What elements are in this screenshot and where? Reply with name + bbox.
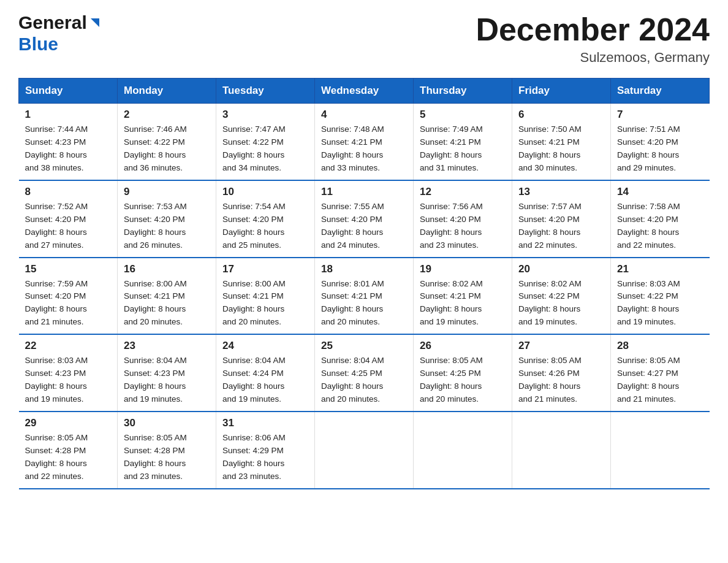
- day-info: Sunrise: 8:05 AMSunset: 4:27 PMDaylight:…: [617, 354, 703, 406]
- calendar-cell: 12Sunrise: 7:56 AMSunset: 4:20 PMDayligh…: [414, 180, 512, 258]
- calendar-cell: 23Sunrise: 8:04 AMSunset: 4:23 PMDayligh…: [118, 334, 216, 412]
- day-info: Sunrise: 8:05 AMSunset: 4:28 PMDaylight:…: [124, 432, 210, 483]
- calendar-cell: 19Sunrise: 8:02 AMSunset: 4:21 PMDayligh…: [414, 258, 512, 335]
- logo-image: General Blue: [18, 12, 102, 55]
- calendar-cell: 31Sunrise: 8:06 AMSunset: 4:29 PMDayligh…: [216, 412, 315, 489]
- day-info: Sunrise: 7:44 AMSunset: 4:23 PMDaylight:…: [25, 123, 112, 175]
- weekday-header-monday: Monday: [118, 79, 216, 104]
- calendar-cell: [315, 412, 414, 489]
- calendar-cell: 5Sunrise: 7:49 AMSunset: 4:21 PMDaylight…: [414, 104, 512, 180]
- day-number: 30: [124, 417, 210, 429]
- calendar-cell: 27Sunrise: 8:05 AMSunset: 4:26 PMDayligh…: [512, 334, 611, 412]
- calendar-cell: 2Sunrise: 7:46 AMSunset: 4:22 PMDaylight…: [118, 104, 216, 180]
- calendar-cell: 8Sunrise: 7:52 AMSunset: 4:20 PMDaylight…: [19, 180, 118, 258]
- logo-general: General: [18, 12, 87, 34]
- day-number: 2: [124, 109, 210, 121]
- day-number: 26: [420, 340, 506, 352]
- day-info: Sunrise: 8:06 AMSunset: 4:29 PMDaylight:…: [222, 432, 308, 483]
- week-row-4: 22Sunrise: 8:03 AMSunset: 4:23 PMDayligh…: [19, 334, 710, 412]
- calendar-cell: 28Sunrise: 8:05 AMSunset: 4:27 PMDayligh…: [611, 334, 710, 412]
- calendar-cell: 24Sunrise: 8:04 AMSunset: 4:24 PMDayligh…: [216, 334, 315, 412]
- day-info: Sunrise: 8:00 AMSunset: 4:21 PMDaylight:…: [222, 278, 308, 329]
- calendar-cell: 4Sunrise: 7:48 AMSunset: 4:21 PMDaylight…: [315, 104, 414, 180]
- day-info: Sunrise: 8:04 AMSunset: 4:24 PMDaylight:…: [222, 354, 308, 406]
- day-info: Sunrise: 7:49 AMSunset: 4:21 PMDaylight:…: [420, 123, 506, 175]
- svg-marker-0: [91, 18, 99, 27]
- week-row-2: 8Sunrise: 7:52 AMSunset: 4:20 PMDaylight…: [19, 180, 710, 258]
- day-info: Sunrise: 8:00 AMSunset: 4:21 PMDaylight:…: [124, 278, 210, 329]
- day-info: Sunrise: 8:02 AMSunset: 4:21 PMDaylight:…: [420, 278, 506, 329]
- day-number: 13: [518, 186, 604, 198]
- logo-blue: Blue: [18, 34, 58, 54]
- calendar-cell: [414, 412, 512, 489]
- logo-triangle-icon: [88, 16, 102, 29]
- day-info: Sunrise: 7:54 AMSunset: 4:20 PMDaylight:…: [222, 201, 308, 252]
- day-info: Sunrise: 7:53 AMSunset: 4:20 PMDaylight:…: [124, 201, 210, 252]
- weekday-header-friday: Friday: [512, 79, 611, 104]
- day-info: Sunrise: 7:52 AMSunset: 4:20 PMDaylight:…: [25, 201, 112, 252]
- day-number: 18: [321, 263, 407, 275]
- day-number: 5: [420, 109, 506, 121]
- day-number: 6: [518, 109, 604, 121]
- weekday-header-wednesday: Wednesday: [315, 79, 414, 104]
- day-number: 25: [321, 340, 407, 352]
- calendar-cell: 22Sunrise: 8:03 AMSunset: 4:23 PMDayligh…: [19, 334, 118, 412]
- day-info: Sunrise: 8:04 AMSunset: 4:23 PMDaylight:…: [124, 354, 210, 406]
- weekday-header-tuesday: Tuesday: [216, 79, 315, 104]
- calendar-cell: 1Sunrise: 7:44 AMSunset: 4:23 PMDaylight…: [19, 104, 118, 180]
- day-number: 29: [25, 417, 112, 429]
- day-info: Sunrise: 8:05 AMSunset: 4:26 PMDaylight:…: [518, 354, 604, 406]
- day-info: Sunrise: 8:02 AMSunset: 4:22 PMDaylight:…: [518, 278, 604, 329]
- calendar-cell: 30Sunrise: 8:05 AMSunset: 4:28 PMDayligh…: [118, 412, 216, 489]
- day-number: 3: [222, 109, 308, 121]
- day-number: 9: [124, 186, 210, 198]
- day-info: Sunrise: 8:05 AMSunset: 4:28 PMDaylight:…: [25, 432, 112, 483]
- calendar-cell: 7Sunrise: 7:51 AMSunset: 4:20 PMDaylight…: [611, 104, 710, 180]
- day-info: Sunrise: 8:03 AMSunset: 4:23 PMDaylight:…: [25, 354, 112, 406]
- calendar-table: SundayMondayTuesdayWednesdayThursdayFrid…: [18, 78, 710, 489]
- calendar-cell: [611, 412, 710, 489]
- day-number: 1: [25, 109, 112, 121]
- calendar-cell: 10Sunrise: 7:54 AMSunset: 4:20 PMDayligh…: [216, 180, 315, 258]
- page-header: General Blue December 2024 Sulzemoos, Ge…: [18, 12, 710, 66]
- calendar-cell: 3Sunrise: 7:47 AMSunset: 4:22 PMDaylight…: [216, 104, 315, 180]
- day-info: Sunrise: 7:48 AMSunset: 4:21 PMDaylight:…: [321, 123, 407, 175]
- day-number: 23: [124, 340, 210, 352]
- day-info: Sunrise: 7:59 AMSunset: 4:20 PMDaylight:…: [25, 278, 112, 329]
- day-number: 4: [321, 109, 407, 121]
- day-number: 31: [222, 417, 308, 429]
- day-info: Sunrise: 8:04 AMSunset: 4:25 PMDaylight:…: [321, 354, 407, 406]
- day-info: Sunrise: 7:50 AMSunset: 4:21 PMDaylight:…: [518, 123, 604, 175]
- day-number: 14: [617, 186, 703, 198]
- calendar-cell: 11Sunrise: 7:55 AMSunset: 4:20 PMDayligh…: [315, 180, 414, 258]
- week-row-5: 29Sunrise: 8:05 AMSunset: 4:28 PMDayligh…: [19, 412, 710, 489]
- weekday-header-thursday: Thursday: [414, 79, 512, 104]
- day-number: 24: [222, 340, 308, 352]
- calendar-cell: 21Sunrise: 8:03 AMSunset: 4:22 PMDayligh…: [611, 258, 710, 335]
- day-number: 22: [25, 340, 112, 352]
- calendar-cell: 29Sunrise: 8:05 AMSunset: 4:28 PMDayligh…: [19, 412, 118, 489]
- calendar-cell: 25Sunrise: 8:04 AMSunset: 4:25 PMDayligh…: [315, 334, 414, 412]
- day-info: Sunrise: 7:51 AMSunset: 4:20 PMDaylight:…: [617, 123, 703, 175]
- calendar-cell: 20Sunrise: 8:02 AMSunset: 4:22 PMDayligh…: [512, 258, 611, 335]
- week-row-1: 1Sunrise: 7:44 AMSunset: 4:23 PMDaylight…: [19, 104, 710, 180]
- weekday-header-saturday: Saturday: [611, 79, 710, 104]
- day-info: Sunrise: 7:47 AMSunset: 4:22 PMDaylight:…: [222, 123, 308, 175]
- day-info: Sunrise: 7:46 AMSunset: 4:22 PMDaylight:…: [124, 123, 210, 175]
- day-number: 28: [617, 340, 703, 352]
- day-number: 12: [420, 186, 506, 198]
- day-info: Sunrise: 8:05 AMSunset: 4:25 PMDaylight:…: [420, 354, 506, 406]
- day-info: Sunrise: 7:56 AMSunset: 4:20 PMDaylight:…: [420, 201, 506, 252]
- calendar-cell: 16Sunrise: 8:00 AMSunset: 4:21 PMDayligh…: [118, 258, 216, 335]
- weekday-header-row: SundayMondayTuesdayWednesdayThursdayFrid…: [19, 79, 710, 104]
- week-row-3: 15Sunrise: 7:59 AMSunset: 4:20 PMDayligh…: [19, 258, 710, 335]
- day-info: Sunrise: 7:55 AMSunset: 4:20 PMDaylight:…: [321, 201, 407, 252]
- day-number: 17: [222, 263, 308, 275]
- day-number: 21: [617, 263, 703, 275]
- calendar-cell: [512, 412, 611, 489]
- day-info: Sunrise: 7:58 AMSunset: 4:20 PMDaylight:…: [617, 201, 703, 252]
- calendar-cell: 18Sunrise: 8:01 AMSunset: 4:21 PMDayligh…: [315, 258, 414, 335]
- day-number: 11: [321, 186, 407, 198]
- month-title: December 2024: [476, 12, 710, 47]
- logo: General Blue: [18, 12, 102, 55]
